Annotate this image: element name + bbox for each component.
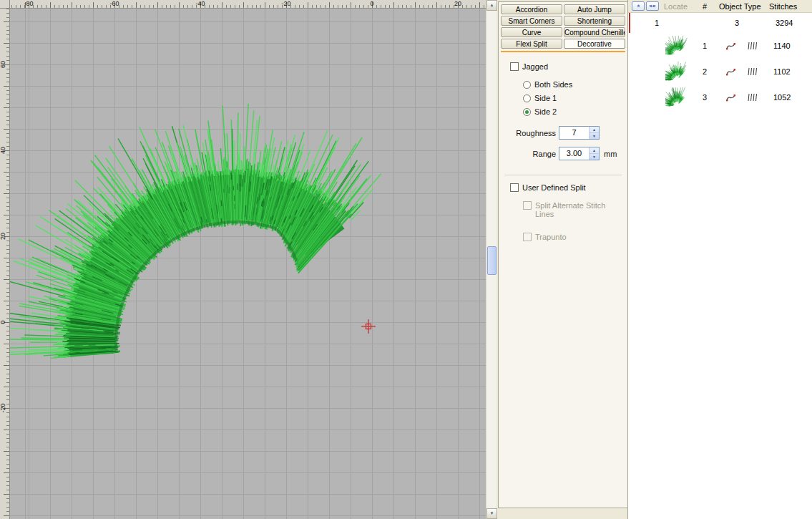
jagged-checkbox[interactable] xyxy=(510,62,519,71)
collapse-up-button[interactable]: « xyxy=(632,1,645,11)
ruler-label: -20 xyxy=(276,0,296,7)
object-list-panel: « »« Locate # Object Type Stitches 1 3 3… xyxy=(627,0,812,519)
application-window: -80-60-40-20020 6040200-20 ▲ ▼ Accordion… xyxy=(0,0,812,519)
spinner-buttons[interactable]: ▲▼ xyxy=(589,127,599,139)
tab-compound-chenille[interactable]: Compound Chenille xyxy=(564,27,625,37)
ruler-label: 0 xyxy=(0,313,6,331)
object-index: 3 xyxy=(703,84,707,110)
locate-button[interactable]: Locate xyxy=(664,2,688,11)
horizontal-ruler[interactable]: -80-60-40-20020 xyxy=(10,0,486,9)
user-defined-split-checkbox[interactable] xyxy=(510,183,519,192)
color-group-row[interactable]: 1 3 3294 xyxy=(630,13,812,33)
spin-up-icon[interactable]: ▲ xyxy=(590,127,599,133)
object-row[interactable]: 1 1140 xyxy=(628,33,812,59)
ruler-label: 40 xyxy=(0,141,6,160)
stitch-count: 1140 xyxy=(773,33,791,59)
spin-down-icon[interactable]: ▼ xyxy=(590,133,599,139)
ruler-label: 60 xyxy=(0,55,6,74)
object-thumbnail[interactable] xyxy=(665,36,691,56)
collapse-icon: »« xyxy=(650,3,656,9)
collapse-horizontal-button[interactable]: »« xyxy=(646,1,659,11)
object-type-icon xyxy=(725,41,736,54)
object-type-icon xyxy=(725,92,736,105)
both-sides-radio[interactable] xyxy=(523,81,531,89)
chevron-up-icon: « xyxy=(634,4,642,7)
object-type-icon xyxy=(725,67,736,79)
spin-up-icon[interactable]: ▲ xyxy=(590,147,599,154)
tab-auto-jump[interactable]: Auto Jump xyxy=(564,4,625,14)
scroll-up-button[interactable]: ▲ xyxy=(486,0,497,11)
stitch-type-icon xyxy=(747,67,758,79)
vertical-scrollbar[interactable]: ▲ ▼ xyxy=(486,0,497,519)
tab-smart-corners[interactable]: Smart Corners xyxy=(501,16,562,26)
group-stitch-total: 3294 xyxy=(776,13,793,33)
tab-decorative[interactable]: Decorative xyxy=(564,39,625,49)
group-number: 1 xyxy=(655,13,659,33)
tab-accordion[interactable]: Accordion xyxy=(501,4,562,14)
ruler-label: -60 xyxy=(104,0,124,7)
properties-tab-grid: Accordion Auto Jump Smart Corners Shorte… xyxy=(501,4,625,52)
ruler-label: -40 xyxy=(190,0,210,7)
spin-down-icon[interactable]: ▼ xyxy=(590,154,599,160)
column-stitches: Stitches xyxy=(769,2,797,11)
side-1-radio[interactable] xyxy=(523,94,531,102)
ruler-label: 20 xyxy=(0,227,6,246)
design-canvas[interactable] xyxy=(10,9,486,519)
scroll-down-button[interactable]: ▼ xyxy=(486,508,497,519)
side-2-label: Side 2 xyxy=(534,107,557,116)
stitch-count: 1102 xyxy=(773,59,791,84)
split-alternate-checkbox xyxy=(523,201,532,210)
object-row[interactable]: 2 1102 xyxy=(628,59,812,84)
roughness-label: Roughness xyxy=(504,129,556,137)
tab-curve[interactable]: Curve xyxy=(501,27,562,37)
range-label: Range xyxy=(504,150,556,158)
object-index: 2 xyxy=(703,59,707,84)
cursor-crosshair xyxy=(361,319,376,334)
side-2-radio[interactable] xyxy=(523,108,531,116)
jagged-label: Jagged xyxy=(522,62,548,71)
spinner-buttons[interactable]: ▲▼ xyxy=(589,147,599,160)
object-properties-panel: Accordion Auto Jump Smart Corners Shorte… xyxy=(498,1,628,508)
arrow-down-icon: ▼ xyxy=(487,509,497,518)
ruler-major-ticks xyxy=(4,9,9,519)
object-index: 1 xyxy=(703,33,707,59)
ruler-origin-box xyxy=(0,0,10,9)
ruler-label: -80 xyxy=(19,0,39,7)
ruler-major-ticks xyxy=(10,2,486,8)
column-number: # xyxy=(703,2,707,11)
roughness-value[interactable]: 7 xyxy=(559,127,589,139)
range-value[interactable]: 3.00 xyxy=(559,147,589,160)
user-defined-split-label: User Defined Split xyxy=(522,183,586,192)
object-thumbnail[interactable] xyxy=(665,87,691,107)
range-spinner[interactable]: 3.00 ▲▼ xyxy=(559,147,600,160)
object-row[interactable]: 3 1052 xyxy=(628,84,812,110)
ruler-label: -20 xyxy=(0,399,6,417)
stitch-type-icon xyxy=(747,41,758,54)
arrow-up-icon: ▲ xyxy=(487,1,497,10)
trapunto-label: Trapunto xyxy=(535,233,567,241)
range-unit: mm xyxy=(604,150,617,158)
ruler-label: 20 xyxy=(448,0,468,7)
object-list-toolbar: « »« Locate # Object Type Stitches xyxy=(628,0,812,13)
both-sides-label: Both Sides xyxy=(534,80,572,89)
trapunto-checkbox xyxy=(523,233,532,241)
scrollbar-thumb[interactable] xyxy=(487,246,497,275)
design-layer xyxy=(10,9,486,519)
roughness-spinner[interactable]: 7 ▲▼ xyxy=(559,126,600,140)
stitch-type-icon xyxy=(747,92,758,105)
embroidery-object[interactable] xyxy=(10,104,381,359)
side-1-label: Side 1 xyxy=(534,94,557,102)
group-object-count: 3 xyxy=(735,13,739,33)
ruler-label: 0 xyxy=(362,0,382,7)
object-thumbnail[interactable] xyxy=(665,62,691,82)
tab-flexi-split[interactable]: Flexi Split xyxy=(501,39,562,49)
column-object-type: Object Type xyxy=(719,2,761,11)
vertical-ruler[interactable]: 6040200-20 xyxy=(0,9,10,519)
stitch-count: 1052 xyxy=(773,84,791,110)
section-divider xyxy=(504,175,622,175)
split-alternate-label: Split Alternate Stitch Lines xyxy=(535,201,617,218)
tab-shortening[interactable]: Shortening xyxy=(564,16,625,26)
